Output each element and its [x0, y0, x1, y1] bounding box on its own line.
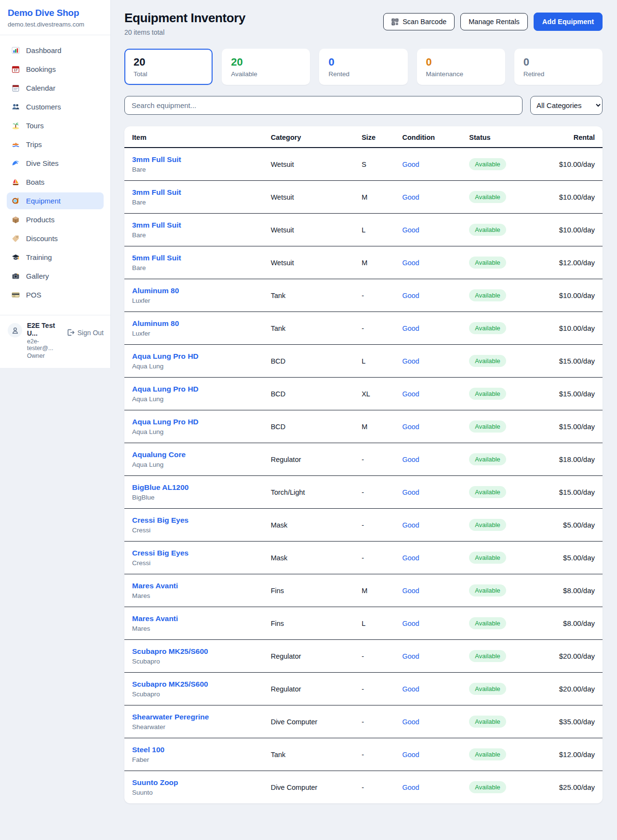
- discounts-icon: [12, 234, 20, 243]
- sidebar-item-training[interactable]: Training: [7, 249, 104, 266]
- user-email: e2e-tester@...: [27, 338, 62, 352]
- status-badge: Available: [469, 781, 506, 793]
- category-select[interactable]: All Categories: [530, 96, 603, 115]
- table-row: Aluminum 80 Luxfer Tank - Good Available…: [124, 312, 603, 345]
- condition-link[interactable]: Good: [402, 456, 419, 463]
- item-name-link[interactable]: Mares Avanti: [132, 582, 255, 590]
- stat-label: Total: [134, 70, 203, 78]
- item-name-link[interactable]: Aluminum 80: [132, 286, 255, 295]
- condition-link[interactable]: Good: [402, 620, 419, 627]
- stat-value: 20: [134, 56, 203, 68]
- item-name-link[interactable]: Aluminum 80: [132, 319, 255, 328]
- status-badge: Available: [469, 650, 506, 662]
- condition-link[interactable]: Good: [402, 652, 419, 660]
- sidebar-item-products[interactable]: Products: [7, 211, 104, 228]
- item-name-link[interactable]: Cressi Big Eyes: [132, 549, 255, 557]
- scan-barcode-button[interactable]: Scan Barcode: [383, 13, 455, 30]
- brand-name[interactable]: Demo Dive Shop: [8, 8, 103, 18]
- item-name-link[interactable]: 3mm Full Suit: [132, 188, 255, 197]
- nav-item-label: Tours: [26, 122, 44, 130]
- condition-link[interactable]: Good: [402, 718, 419, 726]
- item-name-link[interactable]: Scubapro MK25/S600: [132, 647, 255, 656]
- manage-rentals-button[interactable]: Manage Rentals: [460, 13, 528, 30]
- status-badge: Available: [469, 552, 506, 564]
- manage-rentals-label: Manage Rentals: [469, 18, 520, 26]
- add-equipment-label: Add Equipment: [542, 18, 594, 26]
- stat-card-maintenance[interactable]: 0 Maintenance: [417, 49, 505, 85]
- item-name-link[interactable]: Aqua Lung Pro HD: [132, 385, 255, 393]
- sidebar-item-bookings[interactable]: Bookings: [7, 61, 104, 78]
- condition-link[interactable]: Good: [402, 685, 419, 693]
- condition-link[interactable]: Good: [402, 193, 419, 201]
- item-name-link[interactable]: BigBlue AL1200: [132, 483, 255, 492]
- sidebar-user-box: E2E Test U... e2e-tester@... Owner Sign …: [0, 315, 110, 361]
- condition-link[interactable]: Good: [402, 784, 419, 791]
- condition-link[interactable]: Good: [402, 259, 419, 267]
- item-category: Mask: [263, 509, 354, 542]
- item-name-link[interactable]: Suunto Zoop: [132, 778, 255, 787]
- condition-link[interactable]: Good: [402, 292, 419, 299]
- status-badge: Available: [469, 617, 506, 629]
- stat-card-total[interactable]: 20 Total: [124, 49, 213, 85]
- item-name-link[interactable]: Aqualung Core: [132, 450, 255, 459]
- nav-item-label: Discounts: [26, 234, 58, 243]
- rental-price: $10.00/day: [536, 148, 603, 181]
- condition-link[interactable]: Good: [402, 161, 419, 168]
- sidebar-item-customers[interactable]: Customers: [7, 98, 104, 115]
- user-name: E2E Test U...: [27, 322, 62, 337]
- condition-link[interactable]: Good: [402, 751, 419, 759]
- condition-link[interactable]: Good: [402, 488, 419, 496]
- item-size: S: [354, 148, 394, 181]
- sign-out-button[interactable]: Sign Out: [67, 328, 104, 337]
- item-name-link[interactable]: Steel 100: [132, 745, 255, 754]
- item-size: XL: [354, 378, 394, 410]
- nav-item-label: Equipment: [26, 197, 61, 205]
- item-name-link[interactable]: Aqua Lung Pro HD: [132, 418, 255, 426]
- item-name-link[interactable]: 3mm Full Suit: [132, 221, 255, 230]
- item-name-link[interactable]: Scubapro MK25/S600: [132, 680, 255, 689]
- item-name-link[interactable]: 3mm Full Suit: [132, 155, 255, 164]
- search-input[interactable]: [124, 96, 523, 115]
- add-equipment-button[interactable]: Add Equipment: [534, 13, 603, 31]
- condition-link[interactable]: Good: [402, 390, 419, 398]
- sidebar-item-pos[interactable]: POS: [7, 286, 104, 303]
- sidebar-item-discounts[interactable]: Discounts: [7, 230, 104, 247]
- sidebar-item-tours[interactable]: Tours: [7, 117, 104, 134]
- condition-link[interactable]: Good: [402, 554, 419, 562]
- sidebar-item-equipment[interactable]: Equipment: [7, 192, 104, 209]
- item-brand: Bare: [132, 264, 255, 271]
- condition-link[interactable]: Good: [402, 357, 419, 365]
- table-row: 3mm Full Suit Bare Wetsuit L Good Availa…: [124, 214, 603, 246]
- item-brand: Aqua Lung: [132, 363, 255, 370]
- condition-link[interactable]: Good: [402, 423, 419, 431]
- stat-card-available[interactable]: 20 Available: [222, 49, 310, 85]
- item-brand: Mares: [132, 625, 255, 632]
- sidebar-item-boats[interactable]: Boats: [7, 174, 104, 190]
- condition-link[interactable]: Good: [402, 587, 419, 595]
- stat-card-rented[interactable]: 0 Rented: [319, 49, 407, 85]
- rental-price: $20.00/day: [536, 640, 603, 673]
- item-brand: Aqua Lung: [132, 428, 255, 435]
- condition-link[interactable]: Good: [402, 521, 419, 529]
- item-category: Dive Computer: [263, 705, 354, 738]
- sidebar-item-calendar[interactable]: Calendar: [7, 80, 104, 96]
- brand[interactable]: Demo Dive Shop demo.test.divestreams.com: [0, 0, 110, 35]
- stat-card-retired[interactable]: 0 Retired: [514, 49, 603, 85]
- table-row: Aqualung Core Aqua Lung Regulator - Good…: [124, 443, 603, 476]
- item-name-link[interactable]: Shearwater Peregrine: [132, 713, 255, 721]
- table-row: BigBlue AL1200 BigBlue Torch/Light - Goo…: [124, 476, 603, 509]
- item-name-link[interactable]: 5mm Full Suit: [132, 254, 255, 262]
- condition-link[interactable]: Good: [402, 226, 419, 234]
- condition-link[interactable]: Good: [402, 325, 419, 332]
- item-name-link[interactable]: Cressi Big Eyes: [132, 516, 255, 525]
- sidebar-item-dashboard[interactable]: Dashboard: [7, 42, 104, 59]
- brand-domain: demo.test.divestreams.com: [8, 21, 103, 28]
- rental-price: $15.00/day: [536, 378, 603, 410]
- item-size: -: [354, 640, 394, 673]
- rental-price: $8.00/day: [536, 574, 603, 607]
- sidebar-item-gallery[interactable]: Gallery: [7, 268, 104, 285]
- item-name-link[interactable]: Aqua Lung Pro HD: [132, 352, 255, 361]
- item-name-link[interactable]: Mares Avanti: [132, 614, 255, 623]
- sidebar-item-trips[interactable]: Trips: [7, 136, 104, 153]
- sidebar-item-dive-sites[interactable]: Dive Sites: [7, 155, 104, 172]
